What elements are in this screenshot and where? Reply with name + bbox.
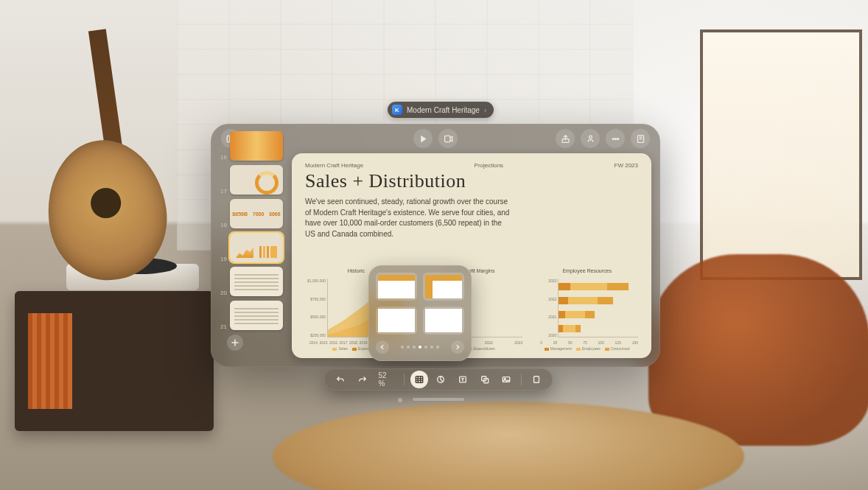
page-dot[interactable] (424, 346, 427, 349)
slide-navigator[interactable]: 161718$850B70003066192021 (217, 131, 286, 360)
document-title: Modern Craft Heritage (407, 106, 480, 114)
document-title-pill[interactable]: K Modern Craft Heritage › (388, 102, 494, 118)
slide-number: 18 (217, 222, 227, 228)
room-window (700, 29, 862, 280)
svg-point-7 (615, 138, 616, 139)
slide-number: 17 (217, 188, 227, 195)
svg-point-5 (589, 136, 592, 139)
thumb-preview (230, 165, 283, 195)
svg-rect-23 (534, 377, 539, 383)
thumb-preview (230, 233, 283, 262)
sideboard (15, 291, 214, 431)
chart-title: Employee Resources (536, 268, 638, 273)
table-style-option[interactable] (423, 307, 464, 335)
page-dot[interactable] (407, 346, 410, 349)
table-style-option[interactable] (376, 307, 417, 335)
thumb-preview (230, 131, 283, 161)
thumb-preview: $850B70003066 (230, 199, 283, 228)
insert-shape-button[interactable] (476, 371, 494, 388)
slide-number: 20 (217, 290, 227, 296)
format-inspector-button[interactable] (528, 371, 545, 388)
slide-title: Sales + Distribution (305, 170, 638, 192)
app-badge-icon: K (392, 105, 402, 115)
play-slideshow-button[interactable] (413, 129, 433, 148)
thumb-preview (230, 267, 283, 296)
page-dot[interactable] (419, 346, 421, 349)
slide-body: We've seen continued, steady, rational g… (305, 197, 511, 239)
slide-thumbnail[interactable]: 20 (217, 267, 286, 296)
slide-number: 19 (217, 256, 227, 262)
slide-charts-row: Historic $1,000,000$750,000$500,000$250,… (305, 268, 638, 349)
slide-thumbnail[interactable]: 19 (217, 233, 286, 262)
page-dot[interactable] (413, 346, 416, 349)
slide-number: 16 (217, 154, 227, 161)
insert-chart-button[interactable] (433, 371, 450, 388)
table-style-option[interactable] (376, 273, 417, 301)
zoom-level[interactable]: 52 % (375, 371, 398, 388)
redo-button[interactable] (354, 371, 371, 388)
chevron-right-icon: › (484, 106, 486, 114)
popover-page-dots (401, 346, 439, 349)
slide-thumbnail[interactable]: 16 (217, 131, 286, 161)
window-grabber-bar[interactable] (413, 398, 464, 401)
share-button[interactable] (556, 129, 575, 148)
slide-number: 21 (217, 323, 227, 330)
undo-button[interactable] (332, 371, 349, 388)
insert-media-button[interactable] (498, 371, 516, 388)
insert-table-popover (368, 265, 472, 361)
slide-thumbnail[interactable]: 17 (217, 165, 286, 195)
page-dot[interactable] (436, 346, 439, 349)
window-grabber-dot[interactable] (398, 398, 402, 402)
page-dot[interactable] (430, 346, 433, 349)
slide-canvas[interactable]: Modern Craft Heritage Projections FW 202… (292, 153, 651, 358)
slide-thumbnail[interactable]: 18$850B70003066 (217, 199, 286, 228)
collaborate-button[interactable] (581, 129, 600, 148)
slide-section: Projections (475, 162, 504, 169)
slide-brand: Modern Craft Heritage (305, 162, 363, 169)
popover-next-button[interactable] (451, 340, 464, 354)
insert-text-button[interactable] (454, 371, 472, 388)
add-slide-button[interactable] (227, 335, 243, 351)
slide-tag: FW 2023 (615, 162, 638, 169)
svg-rect-12 (416, 377, 422, 383)
bottom-toolbar: 52 % (324, 368, 553, 391)
insert-table-button[interactable] (410, 371, 428, 388)
svg-point-6 (612, 138, 614, 139)
chart-employee-resources[interactable]: Employee Resources 2023202220212020 0255… (536, 268, 638, 349)
svg-point-8 (617, 138, 618, 139)
slide-thumbnail[interactable]: 21 (217, 301, 286, 330)
keynote-live-button[interactable] (438, 129, 458, 148)
thumb-preview (230, 301, 283, 330)
svg-rect-3 (444, 136, 449, 141)
document-settings-button[interactable] (631, 129, 650, 148)
page-dot[interactable] (401, 346, 404, 349)
more-button[interactable] (606, 129, 625, 148)
svg-marker-2 (421, 135, 426, 142)
acoustic-guitar (41, 37, 173, 287)
table-style-option[interactable] (423, 273, 464, 301)
popover-prev-button[interactable] (376, 340, 389, 354)
armchair (648, 254, 868, 446)
